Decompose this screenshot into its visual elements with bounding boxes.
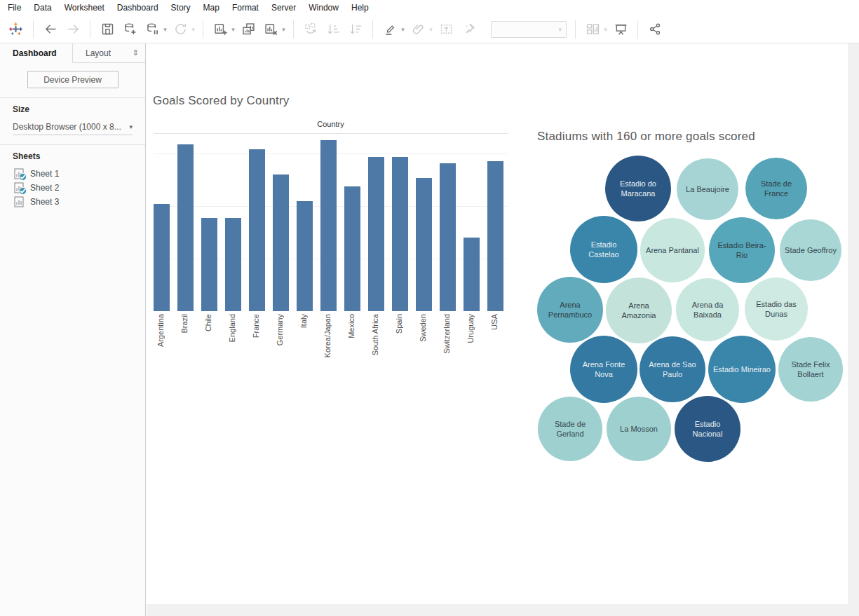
fit-selector[interactable]: ▾ (491, 21, 567, 38)
toolbar-separator (575, 20, 576, 39)
sheet-item-label: Sheet 2 (30, 183, 59, 193)
bubble-estadio-das-dunas[interactable]: Estadio das Dunas (745, 278, 808, 341)
bubble-arena-amazonia[interactable]: Arena Amazonia (606, 278, 672, 343)
device-preview-button[interactable]: Device Preview (27, 71, 119, 88)
bubble-stade-de-france[interactable]: Stade de France (745, 158, 807, 219)
bubble-label: Stade Felix Bollaert (783, 360, 838, 380)
in-dashboard-check-icon (19, 187, 27, 195)
undo-icon[interactable] (40, 19, 61, 40)
bubble-label: Stade de Gerland (543, 419, 597, 439)
bubble-stade-felix-bollaert[interactable]: Stade Felix Bollaert (778, 337, 843, 402)
bubble-arena-pantanal[interactable]: Arena Pantanal (640, 218, 705, 282)
fix-axes-icon[interactable] (458, 19, 479, 40)
worksheet-icon (14, 196, 24, 207)
menu-help[interactable]: Help (345, 0, 375, 15)
pause-auto-updates-icon[interactable] (142, 19, 163, 40)
menu-map[interactable]: Map (197, 0, 226, 15)
in-dashboard-check-icon (19, 173, 27, 181)
bubble-label: Estadio Mineirao (713, 364, 771, 374)
toolbar-separator (33, 20, 34, 39)
bubble-estadio-do-maracana[interactable]: Estadio do Maracana (605, 156, 671, 221)
menu-story[interactable]: Story (165, 0, 197, 15)
bubble-estadio-nacional[interactable]: Estadio Nacional (675, 396, 740, 462)
dashboard-canvas: Goals Scored by Country Country Argentin… (147, 43, 859, 616)
bubble-label: Arena Pernambuco (542, 300, 598, 320)
show-mark-labels-icon[interactable] (435, 19, 456, 40)
chevron-down-icon[interactable]: ▾ (189, 26, 197, 33)
menu-data[interactable]: Data (27, 0, 58, 15)
add-data-source-icon[interactable] (119, 19, 140, 40)
menu-bar: FileDataWorksheetDashboardStoryMapFormat… (0, 0, 859, 15)
bubble-stade-geoffroy[interactable]: Stade Geoffroy (780, 219, 841, 281)
sheets-section-title: Sheets (0, 145, 145, 161)
chevron-down-icon: ▾ (129, 123, 133, 130)
group-members-icon[interactable] (407, 19, 428, 40)
chevron-down-icon: ▾ (558, 26, 562, 33)
sidebar-tabbar: Dashboard Layout ⇕ (0, 43, 145, 63)
size-section-title: Size (0, 98, 145, 114)
menu-dashboard[interactable]: Dashboard (111, 0, 165, 15)
swap-rows-columns-icon[interactable] (300, 19, 321, 40)
bubble-label: Arena Pantanal (646, 245, 699, 255)
duplicate-sheet-icon[interactable] (238, 19, 259, 40)
bubble-arena-da-baixada[interactable]: Arena da Baixada (676, 278, 739, 341)
bubble-label: Estadio do Maracana (610, 179, 666, 199)
chevron-down-icon[interactable]: ▾ (161, 26, 169, 33)
bubble-label: Estadio Castelao (575, 240, 633, 260)
redo-icon[interactable] (62, 19, 83, 40)
chevron-down-icon[interactable]: ▾ (229, 26, 237, 33)
chevron-down-icon[interactable]: ▾ (602, 26, 609, 33)
toolbar-separator (90, 20, 90, 39)
menu-window[interactable]: Window (302, 0, 345, 15)
bubble-la-mosson[interactable]: La Mosson (607, 397, 671, 461)
tableau-window: FileDataWorksheetDashboardStoryMapFormat… (0, 0, 859, 43)
bubble-arena-fonte-nova[interactable]: Arena Fonte Nova (570, 336, 637, 403)
menu-format[interactable]: Format (226, 0, 265, 15)
worksheet-icon (14, 182, 24, 193)
share-workbook-icon[interactable] (644, 19, 665, 40)
sheet-item-sheet-2[interactable]: Sheet 2 (14, 181, 145, 195)
sheet-list: Sheet 1Sheet 2Sheet 3 (0, 167, 145, 209)
bubble-label: Arena da Baixada (681, 300, 734, 320)
dashboard-surface: Goals Scored by Country Country Argentin… (147, 43, 848, 604)
bubble-arena-de-sao-paulo[interactable]: Arena de Sao Paulo (640, 336, 705, 402)
clear-sheet-icon[interactable] (260, 19, 281, 40)
bubble-stade-de-gerland[interactable]: Stade de Gerland (538, 397, 602, 461)
chevron-down-icon[interactable]: ▾ (280, 26, 288, 33)
save-icon[interactable] (97, 19, 118, 40)
bubble-label: Estadio Nacional (679, 419, 736, 439)
chevron-down-icon[interactable]: ▾ (427, 26, 435, 33)
bubble-estadio-mineirao[interactable]: Estadio Mineirao (708, 336, 776, 403)
tab-layout[interactable]: Layout ⇕ (73, 43, 145, 62)
sort-ascending-icon[interactable] (323, 19, 344, 40)
size-selector[interactable]: Desktop Browser (1000 x 8... ▾ (13, 122, 133, 135)
tableau-logo-icon[interactable] (5, 19, 26, 40)
new-worksheet-icon[interactable] (210, 19, 231, 40)
run-auto-updates-icon[interactable] (170, 19, 191, 40)
sheet-item-label: Sheet 3 (30, 197, 59, 207)
bubble-label: Arena de Sao Paulo (644, 360, 701, 380)
bubble-arena-pernambuco[interactable]: Arena Pernambuco (537, 277, 603, 343)
menu-file[interactable]: File (1, 0, 27, 15)
show-hide-cards-icon[interactable] (582, 19, 603, 40)
toolbar-separator (293, 20, 294, 39)
bubble-estadio-beira-rio[interactable]: Estadio Beira-Rio (709, 217, 775, 283)
presentation-mode-icon[interactable] (610, 19, 631, 40)
toolbar-separator (203, 20, 203, 39)
sort-descending-icon[interactable] (345, 19, 366, 40)
bubble-estadio-castelao[interactable]: Estadio Castelao (570, 216, 637, 283)
menu-server[interactable]: Server (265, 0, 302, 15)
tab-dashboard-label: Dashboard (13, 48, 57, 58)
bubble-label: Arena Fonte Nova (575, 360, 633, 380)
chevron-down-icon[interactable]: ▾ (399, 26, 407, 33)
toolbar-separator (637, 20, 638, 39)
dashboard-pane: Dashboard Layout ⇕ Device Preview Size D… (0, 43, 146, 616)
bubble-la-beaujoire[interactable]: La Beaujoire (677, 158, 738, 220)
sheet-item-sheet-3[interactable]: Sheet 3 (14, 195, 145, 209)
collapse-pane-icon[interactable]: ⇕ (133, 48, 139, 57)
sheet-item-sheet-1[interactable]: Sheet 1 (14, 167, 145, 181)
menu-worksheet[interactable]: Worksheet (58, 0, 111, 15)
highlight-icon[interactable] (379, 19, 400, 40)
toolbar: ▾▾▾▾▾▾▾▾ (0, 15, 859, 43)
tab-dashboard[interactable]: Dashboard (0, 43, 73, 63)
